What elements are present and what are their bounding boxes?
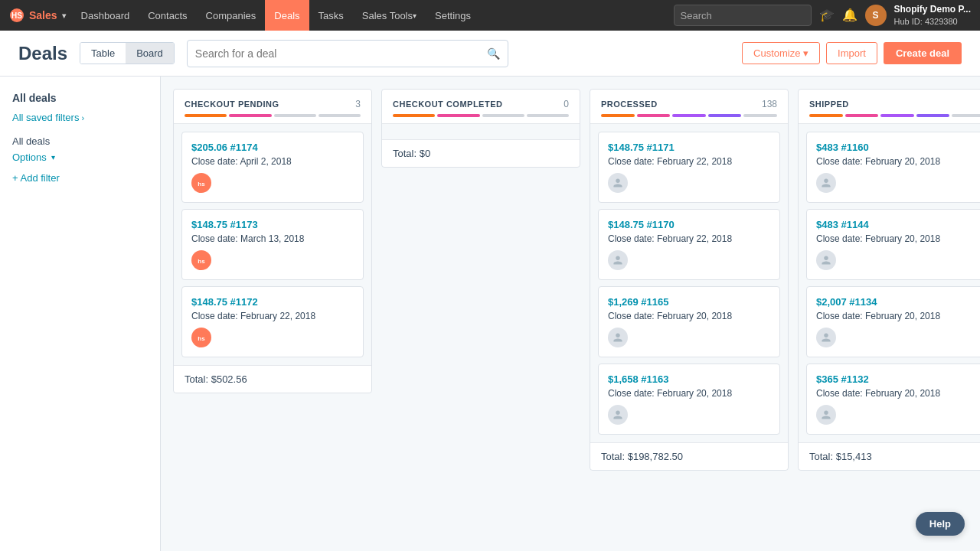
main-layout: All deals All saved filters › All deals … <box>0 77 980 551</box>
user-avatar[interactable]: S <box>865 5 887 26</box>
bell-icon[interactable]: 🔔 <box>842 8 858 22</box>
deal-card[interactable]: $148.75 #1173 Close date: March 13, 2018… <box>181 209 364 280</box>
brand-arrow[interactable]: ▾ <box>62 11 66 20</box>
page-title: Deals <box>18 43 67 64</box>
svg-text:hs: hs <box>198 258 205 265</box>
column-bars <box>601 114 777 117</box>
column-title: CHECKOUT PENDING <box>185 99 279 109</box>
column-bar <box>672 114 706 117</box>
sidebar-saved-filters-link[interactable]: All saved filters › <box>12 112 148 123</box>
deal-card[interactable]: $483 #1144 Close date: February 20, 2018 <box>806 209 980 280</box>
graduation-icon[interactable]: 🎓 <box>819 8 835 22</box>
column-footer: Total: $198,782.50 <box>590 442 788 470</box>
column-count: 0 <box>564 99 569 109</box>
column-bar <box>845 114 879 117</box>
deal-link[interactable]: $1,269 #1165 <box>608 296 770 308</box>
column-footer: Total: $15,413 <box>799 442 980 470</box>
view-table-button[interactable]: Table <box>80 43 126 64</box>
customize-button[interactable]: Customize ▾ <box>742 42 820 64</box>
deal-avatar-user <box>816 328 836 347</box>
deal-close-date: Close date: February 20, 2018 <box>816 233 978 244</box>
deal-close-date: Close date: February 22, 2018 <box>191 311 354 321</box>
column-title-row: CHECKOUT PENDING 3 <box>185 99 361 109</box>
nav-tasks[interactable]: Tasks <box>309 0 353 31</box>
import-button[interactable]: Import <box>826 42 877 64</box>
deal-card[interactable]: $1,269 #1165 Close date: February 20, 20… <box>598 286 780 357</box>
column-title-row: CHECKOUT COMPLETED 0 <box>393 99 569 109</box>
column-footer: Total: $502.56 <box>174 365 371 393</box>
sidebar-options-arrow[interactable]: ▾ <box>51 153 55 161</box>
nav-sales-tools[interactable]: Sales Tools <box>353 0 426 31</box>
nav-contacts[interactable]: Contacts <box>139 0 196 31</box>
deal-card[interactable]: $205.06 #1174 Close date: April 2, 2018 … <box>181 132 364 203</box>
deal-close-date: Close date: February 20, 2018 <box>816 156 978 167</box>
deal-card[interactable]: $148.75 #1172 Close date: February 22, 2… <box>181 286 364 357</box>
column-bar <box>229 114 271 117</box>
deal-avatar-user <box>816 173 836 193</box>
column-header: PROCESSED 138 <box>590 90 788 124</box>
nav-settings[interactable]: Settings <box>426 0 480 31</box>
deal-avatar-user <box>608 250 628 270</box>
column-footer: Total: $0 <box>382 139 580 167</box>
sidebar-all-deals-label: All deals <box>12 135 148 147</box>
deal-card[interactable]: $365 #1132 Close date: February 20, 2018 <box>806 364 980 435</box>
sidebar: All deals All saved filters › All deals … <box>0 77 161 551</box>
sidebar-options-button[interactable]: Options <box>12 152 47 163</box>
column-count: 138 <box>762 99 777 109</box>
help-button[interactable]: Help <box>916 512 965 536</box>
nav-deals[interactable]: Deals <box>265 0 309 31</box>
deal-link[interactable]: $1,658 #1163 <box>608 373 770 385</box>
column-title: SHIPPED <box>809 99 849 109</box>
deal-avatar-user <box>816 250 836 270</box>
column-header: SHIPPED 1 <box>799 90 980 124</box>
column-body: $205.06 #1174 Close date: April 2, 2018 … <box>174 124 371 365</box>
brand-logo[interactable]: HS Sales ▾ <box>9 8 66 23</box>
column-body: $483 #1160 Close date: February 20, 2018… <box>799 124 980 442</box>
column-bar <box>393 114 435 117</box>
deal-card[interactable]: $2,007 #1134 Close date: February 20, 20… <box>806 286 980 357</box>
column-bars <box>809 114 980 117</box>
column-bar <box>637 114 671 117</box>
deal-card[interactable]: $148.75 #1170 Close date: February 22, 2… <box>598 209 780 280</box>
deal-link[interactable]: $483 #1160 <box>816 142 978 153</box>
deal-link[interactable]: $148.75 #1170 <box>608 219 770 230</box>
board-column-shipped: SHIPPED 1 $483 #1160 Close date: Februar… <box>798 89 980 471</box>
deal-close-date: Close date: February 22, 2018 <box>608 233 770 244</box>
deal-avatar-user <box>608 405 628 425</box>
column-bar <box>601 114 635 117</box>
brand-label: Sales <box>29 9 57 21</box>
column-count: 3 <box>355 99 361 109</box>
sidebar-add-filter-button[interactable]: + Add filter <box>12 172 148 184</box>
deal-link[interactable]: $2,007 #1134 <box>816 296 978 308</box>
deal-link[interactable]: $148.75 #1172 <box>191 296 354 308</box>
deal-link[interactable]: $365 #1132 <box>816 373 978 385</box>
topnav-right: 🎓 🔔 S Shopify Demo P... Hub ID: 4329380 <box>819 4 971 27</box>
column-title-row: PROCESSED 138 <box>601 99 777 109</box>
nav-dashboard[interactable]: Dashboard <box>72 0 139 31</box>
global-search-input[interactable] <box>674 5 812 26</box>
deal-link[interactable]: $205.06 #1174 <box>191 142 354 153</box>
nav-companies[interactable]: Companies <box>197 0 266 31</box>
sidebar-all-deals-title: All deals <box>12 92 148 104</box>
deal-search-input[interactable] <box>195 47 487 60</box>
deal-link[interactable]: $483 #1144 <box>816 219 978 230</box>
svg-text:hs: hs <box>198 335 205 342</box>
view-board-button[interactable]: Board <box>126 43 174 64</box>
create-deal-button[interactable]: Create deal <box>884 42 962 64</box>
column-bar <box>527 114 569 117</box>
column-bar <box>916 114 950 117</box>
deal-link[interactable]: $148.75 #1171 <box>608 142 770 153</box>
deal-card[interactable]: $483 #1160 Close date: February 20, 2018 <box>806 132 980 203</box>
deal-avatar-user <box>608 173 628 193</box>
board-column-processed: PROCESSED 138 $148.75 #1171 Close date: … <box>590 89 789 471</box>
deal-card[interactable]: $1,658 #1163 Close date: February 20, 20… <box>598 364 780 435</box>
deal-link[interactable]: $148.75 #1173 <box>191 219 354 230</box>
column-title-row: SHIPPED 1 <box>809 99 980 109</box>
account-name: Shopify Demo P... <box>894 4 971 16</box>
column-body <box>382 124 580 139</box>
deal-card[interactable]: $148.75 #1171 Close date: February 22, 2… <box>598 132 780 203</box>
column-bar <box>274 114 316 117</box>
column-bar <box>880 114 914 117</box>
column-title: CHECKOUT COMPLETED <box>393 99 502 109</box>
hubspot-icon: HS <box>9 8 24 23</box>
